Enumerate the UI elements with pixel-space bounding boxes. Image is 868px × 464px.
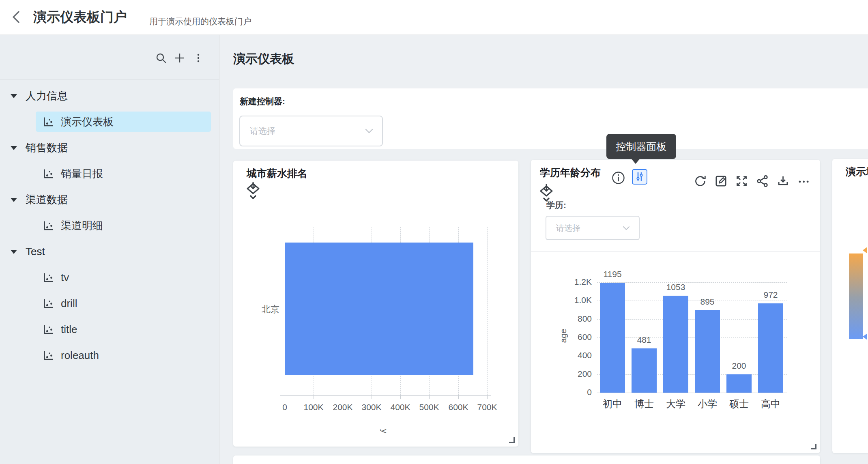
tree-item-渠道明细[interactable]: 渠道明细 — [0, 213, 219, 238]
tree-item-roleauth[interactable]: roleauth — [0, 342, 219, 368]
tree-item-渠道数据[interactable]: 渠道数据 — [0, 187, 219, 213]
y-tick-label: 0 — [555, 387, 592, 397]
tree-item-演示仪表板[interactable]: 演示仪表板 — [0, 109, 219, 135]
chart-title: 演示地 — [846, 165, 868, 178]
bar-value-label: 200 — [715, 361, 763, 371]
dashboard-tree: 人力信息演示仪表板销售数据销量日报渠道数据渠道明细Testtvdrilltitl… — [0, 83, 219, 368]
tree-leaf-label: 演示仪表板 — [61, 109, 114, 135]
bar-大学[interactable] — [663, 296, 688, 393]
chart-icon — [42, 219, 54, 232]
page-title: 演示仪表板 — [233, 51, 294, 67]
chart-toolbar — [694, 174, 810, 188]
tree-group-label: 渠道数据 — [26, 187, 68, 213]
y-tick-label: 800 — [555, 314, 592, 324]
caret-down-icon — [11, 94, 17, 98]
caret-down-icon — [11, 146, 17, 150]
caret-down-icon — [11, 198, 17, 202]
edu-filter-label: 学历: — [546, 200, 566, 211]
select-placeholder: 请选择 — [546, 223, 623, 234]
search-icon[interactable] — [155, 52, 167, 64]
x-category-label: 博士 — [626, 397, 662, 410]
x-axis-title: y — [380, 429, 389, 434]
legend-min-handle[interactable] — [863, 333, 867, 340]
chart-icon — [42, 116, 54, 128]
tree-leaf-label: title — [61, 316, 77, 342]
bar-beijing[interactable] — [285, 243, 473, 375]
tree-item-drill[interactable]: drill — [0, 290, 219, 316]
tooltip-controller-panel: 控制器面板 — [606, 134, 676, 159]
resize-handle[interactable] — [509, 437, 515, 443]
edit-icon[interactable] — [714, 174, 728, 188]
x-category-label: 大学 — [657, 397, 694, 410]
chevron-down-icon — [623, 226, 630, 230]
share-icon[interactable] — [756, 174, 769, 188]
tree-group-label: 销售数据 — [26, 135, 68, 161]
resize-handle[interactable] — [811, 444, 816, 449]
info-icon[interactable] — [611, 171, 625, 185]
y-tick-label: 1.2K — [555, 277, 592, 287]
tree-item-title[interactable]: title — [0, 316, 219, 342]
edu-filter-select[interactable]: 请选择 — [546, 216, 640, 240]
y-tick-label: 1.0K — [555, 295, 592, 305]
x-category-label: 硕士 — [721, 397, 757, 410]
download-icon[interactable] — [776, 174, 790, 188]
select-placeholder: 请选择 — [240, 125, 365, 137]
bar-硕士[interactable] — [726, 374, 752, 393]
bar-博士[interactable] — [632, 348, 657, 393]
chart-icon — [42, 271, 54, 284]
legend-max-handle[interactable] — [863, 247, 867, 253]
fullscreen-icon[interactable] — [735, 174, 748, 188]
card-map-chart: 演示地 — [832, 159, 868, 453]
bar-value-label: 972 — [746, 290, 795, 300]
panel-below — [233, 455, 820, 464]
tree-item-tv[interactable]: tv — [0, 264, 219, 290]
chevron-down-icon — [365, 129, 373, 133]
axis-tick — [458, 395, 459, 399]
tree-item-Test[interactable]: Test — [0, 238, 219, 264]
portal-subtitle: 用于演示使用的仪表板门户 — [149, 0, 251, 39]
axis-tick — [285, 395, 285, 399]
bar-value-label: 1195 — [588, 269, 637, 279]
x-category-label: 小学 — [689, 397, 726, 410]
salary-bar-chart: 0100K200K300K400K500K600K700K北京y — [233, 161, 518, 447]
portal-title: 演示仪表板门户 — [33, 0, 127, 34]
tree-item-人力信息[interactable]: 人力信息 — [0, 83, 219, 109]
filter-panel-icon[interactable] — [632, 169, 647, 185]
chart-icon — [42, 349, 54, 361]
y-category-label: 北京 — [239, 303, 279, 316]
more-vertical-icon[interactable] — [192, 52, 204, 64]
new-controller-select[interactable]: 请选择 — [239, 116, 383, 146]
refresh-icon[interactable] — [694, 174, 707, 188]
more-horizontal-icon[interactable] — [797, 174, 810, 188]
bar-高中[interactable] — [758, 303, 783, 393]
tree-group-label: Test — [26, 238, 45, 264]
bar-value-label: 1053 — [651, 282, 700, 292]
tree-item-销售数据[interactable]: 销售数据 — [0, 135, 219, 161]
axis-tick — [487, 395, 488, 399]
chart-icon — [42, 297, 54, 309]
new-controller-label: 新建控制器: — [240, 96, 285, 107]
x-category-label: 初中 — [594, 397, 631, 410]
x-axis-line — [597, 393, 787, 393]
map-legend-gradient — [849, 253, 863, 339]
axis-tick — [343, 395, 343, 399]
axis-tick — [429, 395, 430, 399]
controller-panel: 新建控制器: 请选择 — [233, 88, 868, 149]
axis-tick — [372, 395, 372, 399]
add-icon[interactable] — [174, 52, 186, 64]
tree-group-label: 人力信息 — [26, 83, 68, 109]
tree-leaf-label: 渠道明细 — [61, 213, 103, 238]
axis-tick — [400, 395, 401, 399]
tree-item-销量日报[interactable]: 销量日报 — [0, 161, 219, 187]
x-axis-line — [280, 395, 491, 396]
x-tick-label: 700K — [469, 402, 505, 412]
chart-icon — [42, 168, 54, 180]
bar-小学[interactable] — [695, 310, 720, 393]
tooltip-arrow — [632, 159, 640, 164]
back-icon[interactable] — [9, 9, 24, 25]
y-tick-label: 200 — [555, 369, 592, 379]
axis-tick — [314, 395, 314, 399]
sidebar: 人力信息演示仪表板销售数据销量日报渠道数据渠道明细Testtvdrilltitl… — [0, 34, 219, 464]
chart-title: 学历年龄分布 — [540, 166, 601, 179]
card-salary-chart: 城市薪水排名 0100K200K300K400K500K600K700K北京y — [233, 161, 518, 447]
